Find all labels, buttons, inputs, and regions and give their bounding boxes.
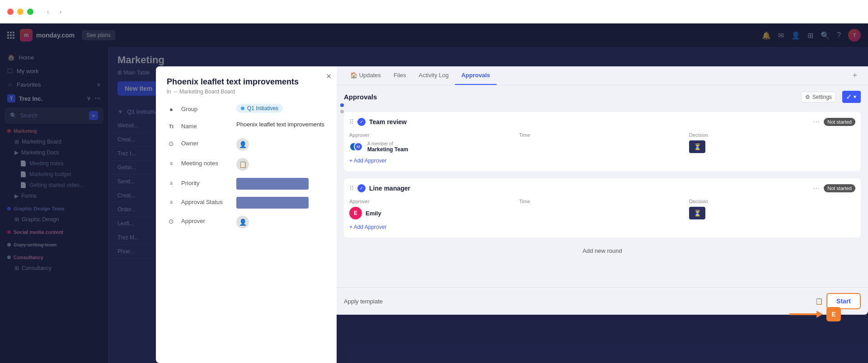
tab-activity-log[interactable]: Activity Log [413, 66, 455, 85]
not-started-badge-2: Not started [824, 184, 855, 192]
meeting-notes-avatar[interactable]: 📋 [236, 158, 249, 171]
approver-column-headers-2: Approver Time Decision [349, 197, 855, 207]
approver-avatar-group: M [349, 140, 364, 153]
tag-dot [241, 107, 244, 110]
tab-updates[interactable]: 🏠 Updates [344, 66, 387, 85]
forward-arrow[interactable]: › [55, 6, 66, 17]
apply-template-row: Apply template 📋 Start [337, 287, 868, 315]
field-label-group: Group [181, 104, 231, 112]
modal-breadcrumb: in → Marketing Board Board [167, 88, 326, 95]
approver-row-marketing-team: M A member of Marketing Team ⏳ [349, 140, 855, 153]
round-status-icon: ✓ [357, 118, 366, 126]
approval-round-line-manager: ⠿ ✓ Line manager ⋯ Not started Approver … [344, 178, 861, 237]
emily-avatar: E [349, 207, 362, 219]
arrow-body [789, 313, 816, 315]
meeting-notes-icon: ≡ [167, 159, 176, 168]
modal-close-button[interactable]: × [326, 72, 331, 81]
approval-round-team-review: ⠿ ✓ Team review ⋯ Not started Approver T… [344, 112, 861, 171]
modal-field-meeting-notes: ≡ Meeting notes 📋 [167, 158, 326, 171]
approvals-header: Approvals ⚙ Settings ✓ ▼ [337, 85, 868, 108]
check-dropdown-button[interactable]: ✓ ▼ [842, 91, 861, 103]
modal-field-approver: ⊙ Approver 👤 [167, 216, 326, 228]
emily-name: Emily [366, 210, 381, 217]
approver-info: M A member of Marketing Team [349, 140, 516, 153]
modal-field-group: ● Group Q1 Initiatives [167, 104, 326, 114]
drag-handle-icon[interactable]: ⠿ [349, 185, 354, 192]
hourglass-icon: ⏳ [694, 143, 701, 150]
group-icon: ● [167, 105, 176, 114]
decision-cell[interactable]: ⏳ [689, 140, 705, 153]
field-label-meeting-notes: Meeting notes [181, 158, 231, 167]
annotation-e-label: E [826, 307, 841, 321]
approver-name-group: A member of Marketing Team [367, 141, 408, 153]
add-tab-button[interactable]: + [849, 67, 861, 84]
apply-template-label: Apply template [344, 298, 812, 305]
field-label-owner: Owner [181, 138, 231, 147]
field-label-approver: Approver [181, 216, 231, 224]
scroll-dot-active [340, 103, 344, 107]
decision-cell-2[interactable]: ⏳ [689, 207, 705, 219]
modal-field-owner: ⊙ Owner 👤 [167, 138, 326, 151]
round-more-button[interactable]: ⋯ [813, 117, 820, 126]
hourglass-icon: ⏳ [694, 209, 701, 217]
modal-title: Phoenix leaflet text improvements [167, 77, 326, 87]
approval-status-icon: ≡ [167, 198, 176, 207]
round-header-line-manager: ⠿ ✓ Line manager ⋯ Not started [349, 184, 855, 192]
field-value-group: Q1 Initiatives [236, 104, 326, 113]
field-label-approval-status: Approval Status [181, 197, 231, 205]
round-name-line-manager: Line manager [369, 185, 809, 192]
modal-field-approval-status: ≡ Approval Status [167, 197, 326, 209]
tab-approvals[interactable]: Approvals [455, 66, 497, 85]
settings-button[interactable]: ⚙ Settings [801, 92, 836, 102]
priority-value[interactable] [236, 178, 309, 190]
owner-icon: ⊙ [167, 139, 176, 148]
chevron-down-icon: ▼ [853, 94, 857, 99]
name-icon: Tt [167, 122, 176, 131]
maximize-button[interactable] [27, 9, 33, 15]
not-started-badge: Not started [824, 118, 855, 126]
back-arrow[interactable]: ‹ [42, 6, 53, 17]
team-name: Marketing Team [367, 146, 408, 153]
app-container: m monday.com See plans 🔔 ✉ 👤 ⊞ 🔍 ? T 🏠 H… [0, 23, 868, 363]
approver-column-headers: Approver Time Decision [349, 130, 855, 140]
field-value-name: Phoenix leaflet text improvements [236, 121, 326, 128]
approver-row-emily: E Emily ⏳ [349, 207, 855, 219]
scroll-indicators [340, 103, 344, 113]
owner-avatar[interactable]: 👤 [236, 138, 249, 151]
modal-field-name: Tt Name Phoenix leaflet text improvement… [167, 121, 326, 131]
gear-icon: ⚙ [805, 94, 810, 100]
tab-files[interactable]: Files [387, 66, 412, 85]
approver-avatar[interactable]: 👤 [236, 216, 249, 228]
approvals-title: Approvals [344, 93, 798, 101]
modal-left-panel: × Phoenix leaflet text improvements in →… [156, 66, 337, 363]
arrow-head [816, 311, 823, 318]
scroll-dot-inactive [340, 110, 344, 113]
round-status-icon: ✓ [357, 184, 366, 192]
modal-field-priority: ≡ Priority [167, 178, 326, 190]
avatar-front: M [354, 142, 363, 151]
approver-icon: ⊙ [167, 217, 176, 226]
approver-info-emily: E Emily [349, 207, 516, 219]
template-icon: 📋 [815, 298, 823, 305]
add-approver-button-2[interactable]: + Add Approver [349, 222, 855, 232]
approval-status-value[interactable] [236, 197, 309, 209]
round-more-button-2[interactable]: ⋯ [813, 184, 820, 192]
round-name-team-review: Team review [369, 118, 809, 126]
traffic-lights [7, 9, 33, 15]
add-approver-button-1[interactable]: + Add Approver [349, 156, 855, 166]
arrow [789, 311, 823, 318]
field-label-priority: Priority [181, 178, 231, 186]
round-header-team-review: ⠿ ✓ Team review ⋯ Not started [349, 117, 855, 126]
drag-handle-icon[interactable]: ⠿ [349, 118, 354, 126]
modal: × Phoenix leaflet text improvements in →… [156, 66, 868, 363]
minimize-button[interactable] [17, 9, 23, 15]
add-new-round-button[interactable]: Add new round [337, 241, 868, 261]
field-label-name: Name [181, 121, 231, 130]
title-bar: ‹ › [0, 0, 868, 23]
close-button[interactable] [7, 9, 14, 15]
annotation-arrow: E [789, 307, 841, 321]
check-icon: ✓ [846, 93, 852, 101]
home-icon: 🏠 [350, 72, 359, 79]
priority-icon: ≡ [167, 179, 176, 188]
member-of-label: A member of [367, 141, 408, 146]
